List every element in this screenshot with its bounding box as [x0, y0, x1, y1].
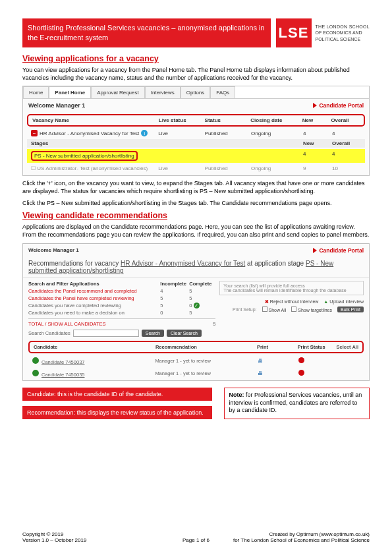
- vacancy-row-hr-advisor[interactable]: −HR Advisor - Anonymised Vacancy for Tes…: [27, 129, 365, 138]
- options-row: ✖ Reject without interview ▲ Upload inte…: [219, 299, 364, 305]
- show-all-checkbox[interactable]: [262, 307, 267, 312]
- print-setup-label: Print Setup:: [233, 307, 257, 312]
- stage-ps-new-submitted[interactable]: PS - New submitted application/shortlist…: [27, 149, 365, 163]
- section-heading-viewing-apps: Viewing applications for a vacancy: [22, 54, 370, 63]
- tab-home[interactable]: Home: [23, 86, 49, 98]
- para-recommendations: Applications are displayed on the Candid…: [22, 223, 370, 239]
- vacancy-columns-header: Vacancy Name Live status Status Closing …: [27, 114, 365, 127]
- filter-panel: Search and Filter Applications Incomplet…: [28, 281, 215, 337]
- candidate-row-2[interactable]: Candidate 7450035 Manager 1 - yet to rev…: [28, 368, 364, 380]
- para-view-apps: You can view applications for a vacancy …: [22, 67, 370, 82]
- reject-icon: ✖: [265, 299, 269, 304]
- status-red-icon: [298, 370, 304, 376]
- tab-panel-home[interactable]: Panel Home: [49, 86, 91, 98]
- status-red-icon: [298, 357, 304, 363]
- note-box: Note: for Professional Services vacancie…: [224, 388, 370, 419]
- callout-candidate: Candidate: this is the candidate ID of t…: [22, 388, 212, 401]
- select-all-link[interactable]: Select All: [328, 344, 358, 350]
- screenshot-recommendations: Welcome Manager 1 Candidate Portal Recom…: [22, 243, 370, 381]
- candidate-portal-link[interactable]: Candidate Portal: [313, 102, 364, 109]
- tab-bar: Home Panel Home Approval Request Intervi…: [23, 86, 369, 99]
- tab-approval[interactable]: Approval Request: [91, 86, 145, 98]
- doc-title: Shortlisting Professional Services vacan…: [28, 23, 266, 43]
- welcome-text: Welcome Manager 1: [28, 102, 85, 109]
- para-click-plus: Click the '+' icon, on the vacancy you w…: [22, 180, 370, 195]
- info-box: Your search (list) will provide full acc…: [219, 281, 364, 295]
- candidate-portal-link-2[interactable]: Candidate Portal: [313, 247, 364, 254]
- collapse-icon[interactable]: −: [31, 130, 38, 136]
- lse-logo-block: LSE THE LONDON SCHOOL OF ECONOMICS AND P…: [276, 18, 370, 47]
- candidate-row-1[interactable]: Candidate 7450037 Manager 1 - yet to rev…: [28, 355, 364, 367]
- doc-title-bar: Shortlisting Professional Services vacan…: [22, 18, 271, 47]
- search-button[interactable]: Search: [142, 330, 164, 337]
- lse-logo: LSE: [276, 18, 312, 47]
- recommendations-title: Recommendations for vacancy HR Advisor -…: [23, 257, 369, 278]
- tab-interviews[interactable]: Interviews: [145, 86, 181, 98]
- para-click-ps: Click the PS – New submitted application…: [22, 200, 370, 208]
- candidate-columns-header: Candidate Recommendation Print Print Sta…: [28, 341, 364, 353]
- welcome-text-2: Welcome Manager 1: [28, 247, 79, 254]
- check-icon: ✓: [194, 303, 200, 308]
- arrow-right-icon: [313, 103, 317, 108]
- info-icon[interactable]: i: [141, 130, 148, 136]
- lse-school-name: THE LONDON SCHOOL OF ECONOMICS AND POLIT…: [316, 24, 370, 42]
- vacancy-row-us-admin[interactable]: ☐ US Administrator- Test (anonymised vac…: [27, 164, 365, 173]
- status-dot-icon: [32, 370, 39, 376]
- clear-search-button[interactable]: Clear Search: [167, 330, 202, 337]
- tab-options[interactable]: Options: [181, 86, 211, 98]
- bulk-print-button[interactable]: Bulk Print: [337, 307, 364, 312]
- search-candidates-input[interactable]: [73, 330, 139, 337]
- tab-faqs[interactable]: FAQs: [210, 86, 235, 98]
- arrow-right-icon: [313, 248, 317, 253]
- total-show-all[interactable]: TOTAL / SHOW ALL CANDIDATES: [28, 321, 105, 327]
- print-icon[interactable]: 🖶: [258, 370, 298, 376]
- section-heading-recommendations: Viewing candidate recommendations: [22, 211, 370, 220]
- page-footer: Copyright © 2019 Version 1.0 – October 2…: [22, 531, 370, 543]
- screenshot-panel-home: Home Panel Home Approval Request Intervi…: [22, 86, 370, 176]
- page-header: Shortlisting Professional Services vacan…: [22, 18, 370, 47]
- stages-header: Stages New Overall: [27, 139, 365, 148]
- callout-recommendation: Recommendation: this displays the review…: [22, 406, 212, 419]
- print-icon[interactable]: 🖶: [258, 358, 298, 364]
- page-number: Page 1 of 6: [22, 537, 370, 543]
- show-targetlines-checkbox[interactable]: [291, 307, 296, 312]
- upload-icon: ▲: [323, 299, 328, 304]
- status-dot-icon: [32, 357, 39, 364]
- callouts-row: Candidate: this is the candidate ID of t…: [22, 388, 370, 419]
